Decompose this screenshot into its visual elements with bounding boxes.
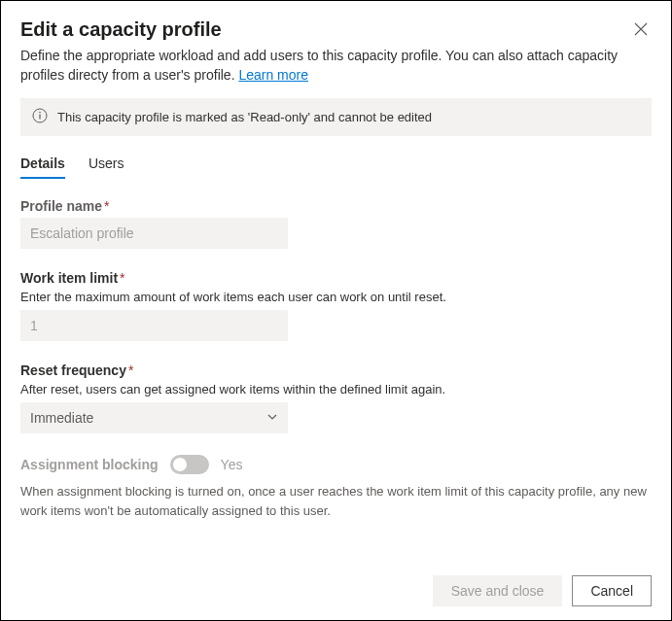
assignment-blocking-toggle[interactable] [170,455,209,474]
reset-frequency-select[interactable] [20,402,288,433]
svg-point-1 [39,112,41,114]
assignment-blocking-desc: When assignment blocking is turned on, o… [20,482,652,520]
reset-frequency-label: Reset frequency [20,362,126,378]
assignment-blocking-group: Assignment blocking Yes When assignment … [20,455,652,520]
work-item-limit-input[interactable] [20,310,288,341]
profile-name-input[interactable] [20,218,288,249]
svg-rect-2 [39,115,40,120]
toggle-thumb [173,458,187,471]
required-asterisk: * [104,198,109,214]
page-title: Edit a capacity profile [20,18,222,41]
profile-name-label: Profile name [20,198,102,214]
assignment-blocking-label: Assignment blocking [20,457,159,472]
subtitle: Define the appropriate workload and add … [20,47,652,85]
reset-frequency-group: Reset frequency* After reset, users can … [20,362,652,433]
subtitle-text: Define the appropriate workload and add … [20,48,618,83]
required-asterisk: * [128,362,133,378]
close-icon [634,24,648,39]
cancel-button[interactable]: Cancel [572,575,652,606]
info-bar-text: This capacity profile is marked as 'Read… [57,110,432,124]
reset-frequency-help: After reset, users can get assigned work… [20,382,652,397]
close-button[interactable] [630,18,652,43]
work-item-limit-group: Work item limit* Enter the maximum amoun… [20,270,652,341]
readonly-info-bar: This capacity profile is marked as 'Read… [20,98,652,136]
save-and-close-button: Save and close [433,575,563,606]
required-asterisk: * [120,270,124,286]
tab-bar: Details Users [20,150,652,179]
work-item-limit-label: Work item limit [20,270,118,286]
form-content: Profile name* Work item limit* Enter the… [20,198,652,564]
profile-name-group: Profile name* [20,198,652,249]
tab-users[interactable]: Users [88,150,124,179]
tab-details[interactable]: Details [20,150,65,179]
toggle-state-text: Yes [221,457,243,472]
work-item-limit-help: Enter the maximum amount of work items e… [20,290,652,304]
learn-more-link[interactable]: Learn more [238,67,308,83]
dialog-footer: Save and close Cancel [20,564,652,606]
info-icon [32,108,48,126]
